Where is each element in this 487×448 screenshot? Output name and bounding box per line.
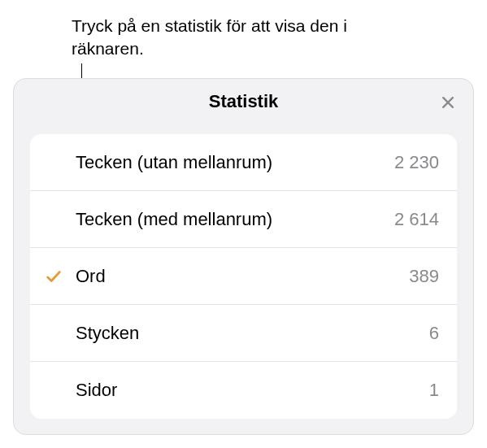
stat-label: Sidor xyxy=(76,380,429,401)
stat-value: 1 xyxy=(429,380,439,401)
stat-value: 6 xyxy=(429,323,439,344)
callout-text: Tryck på en statistik för att visa den i… xyxy=(72,15,356,61)
stat-label: Stycken xyxy=(76,323,429,344)
stat-value: 2 230 xyxy=(394,152,439,173)
stat-row-characters-with-spaces[interactable]: Tecken (med mellanrum) 2 614 xyxy=(30,191,457,248)
stat-value: 2 614 xyxy=(394,209,439,230)
stat-value: 389 xyxy=(409,266,439,287)
close-icon xyxy=(440,94,456,111)
close-button[interactable] xyxy=(436,90,460,115)
statistics-panel: Statistik Tecken (utan mellanrum) 2 230 … xyxy=(13,78,474,435)
statistics-list: Tecken (utan mellanrum) 2 230 Tecken (me… xyxy=(30,134,457,419)
panel-title: Statistik xyxy=(209,91,279,112)
stat-row-pages[interactable]: Sidor 1 xyxy=(30,362,457,419)
checkmark-icon xyxy=(45,267,63,285)
stat-row-words[interactable]: Ord 389 xyxy=(30,248,457,305)
stat-row-paragraphs[interactable]: Stycken 6 xyxy=(30,305,457,362)
stat-label: Tecken (med mellanrum) xyxy=(76,209,394,230)
stat-row-characters-no-spaces[interactable]: Tecken (utan mellanrum) 2 230 xyxy=(30,134,457,191)
stat-label: Ord xyxy=(76,266,409,287)
stat-label: Tecken (utan mellanrum) xyxy=(76,152,394,173)
panel-header: Statistik xyxy=(14,79,473,124)
